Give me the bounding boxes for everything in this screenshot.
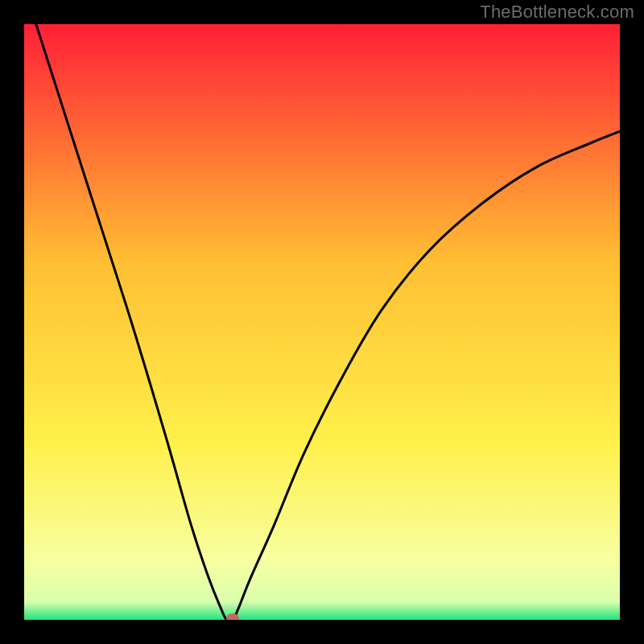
plot-area [24, 24, 620, 620]
chart-frame: { "watermark": "TheBottleneck.com", "col… [0, 0, 644, 644]
chart-svg [0, 0, 644, 644]
watermark: TheBottleneck.com [480, 2, 634, 23]
